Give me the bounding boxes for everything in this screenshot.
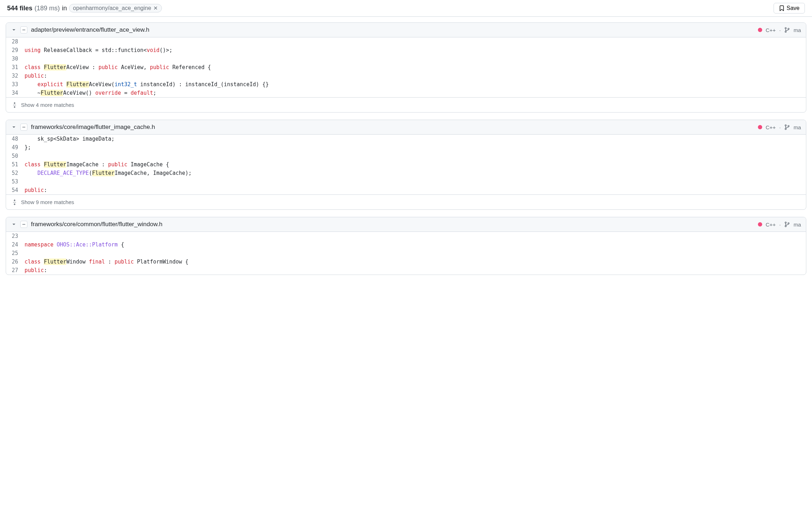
save-button[interactable]: Save xyxy=(774,3,805,14)
chevron-down-icon[interactable] xyxy=(11,27,17,33)
code-text: explicit FlutterAceView(int32_t instance… xyxy=(25,80,802,89)
separator: · xyxy=(779,124,781,130)
code-text: public: xyxy=(25,266,802,275)
code-text xyxy=(25,37,802,46)
show-more-label: Show 9 more matches xyxy=(21,199,74,205)
code-line[interactable]: 32public: xyxy=(6,72,806,80)
code-line[interactable]: 48 sk_sp<SkData> imageData; xyxy=(6,135,806,143)
svg-point-10 xyxy=(785,225,786,227)
branch-icon xyxy=(784,124,790,130)
code-line[interactable]: 25 xyxy=(6,249,806,257)
code-line[interactable]: 29using ReleaseCallback = std::function<… xyxy=(6,46,806,54)
code-text: ~FlutterAceView() override = default; xyxy=(25,89,802,97)
svg-point-2 xyxy=(785,31,786,32)
file-count: 544 files xyxy=(7,5,32,12)
svg-point-7 xyxy=(788,125,789,127)
code-line[interactable]: 31class FlutterAceView : public AceView,… xyxy=(6,63,806,72)
repo-filter-chip[interactable]: openharmony/ace_ace_engine ✕ xyxy=(69,4,162,12)
code-text: }; xyxy=(25,143,802,152)
code-line[interactable]: 51class FlutterImageCache : public Image… xyxy=(6,160,806,169)
repo-name: openharmony/ace_ace_engine xyxy=(73,5,151,11)
code-text: sk_sp<SkData> imageData; xyxy=(25,135,802,143)
code-line[interactable]: 53 xyxy=(6,177,806,186)
branch-label[interactable]: ma xyxy=(793,222,801,228)
code-block: 48 sk_sp<SkData> imageData;49};5051class… xyxy=(6,135,806,194)
line-number: 54 xyxy=(10,186,25,194)
line-number: 50 xyxy=(10,152,25,160)
code-line[interactable]: 30 xyxy=(6,54,806,63)
line-number: 26 xyxy=(10,257,25,266)
code-line[interactable]: 27public: xyxy=(6,266,806,275)
line-number: 48 xyxy=(10,135,25,143)
show-more-matches[interactable]: Show 4 more matches xyxy=(6,97,806,112)
code-text: namespace OHOS::Ace::Platform { xyxy=(25,240,802,249)
code-line[interactable]: 49}; xyxy=(6,143,806,152)
search-timing: (189 ms) xyxy=(35,5,60,12)
line-number: 34 xyxy=(10,89,25,97)
bookmark-icon xyxy=(779,5,785,11)
line-number: 51 xyxy=(10,160,25,169)
line-number: 27 xyxy=(10,266,25,275)
line-number: 25 xyxy=(10,249,25,257)
line-number: 53 xyxy=(10,177,25,186)
code-line[interactable]: 23 xyxy=(6,232,806,240)
chevron-down-icon[interactable] xyxy=(11,222,17,227)
show-more-label: Show 4 more matches xyxy=(21,102,74,108)
language-dot-icon xyxy=(758,125,762,129)
code-text: class FlutterAceView : public AceView, p… xyxy=(25,63,802,72)
language-label: C++ xyxy=(766,27,776,33)
branch-icon xyxy=(784,27,790,33)
branch-label[interactable]: ma xyxy=(793,27,801,33)
file-path[interactable]: frameworks/core/image/flutter_image_cach… xyxy=(31,124,155,131)
code-text xyxy=(25,177,802,186)
code-line[interactable]: 50 xyxy=(6,152,806,160)
code-line[interactable]: 33 explicit FlutterAceView(int32_t insta… xyxy=(6,80,806,89)
line-number: 49 xyxy=(10,143,25,152)
collapse-icon[interactable] xyxy=(20,26,27,33)
code-line[interactable]: 34 ~FlutterAceView() override = default; xyxy=(6,89,806,97)
code-text: public: xyxy=(25,186,802,194)
result-box: frameworks/core/common/flutter/flutter_w… xyxy=(6,217,806,275)
separator: · xyxy=(779,222,781,228)
result-header: adapter/preview/entrance/flutter_ace_vie… xyxy=(6,23,806,37)
chevron-down-icon[interactable] xyxy=(11,124,17,130)
code-text xyxy=(25,232,802,240)
code-text xyxy=(25,54,802,63)
line-number: 23 xyxy=(10,232,25,240)
result-header: frameworks/core/common/flutter/flutter_w… xyxy=(6,217,806,232)
code-text: class FlutterWindow final : public Platf… xyxy=(25,257,802,266)
svg-point-5 xyxy=(785,125,786,126)
file-path[interactable]: adapter/preview/entrance/flutter_ace_vie… xyxy=(31,26,149,33)
separator: · xyxy=(779,27,781,33)
show-more-matches[interactable]: Show 9 more matches xyxy=(6,194,806,209)
line-number: 33 xyxy=(10,80,25,89)
svg-point-1 xyxy=(785,27,786,29)
branch-icon xyxy=(784,222,790,227)
line-number: 31 xyxy=(10,63,25,72)
line-number: 32 xyxy=(10,72,25,80)
code-block: 2829using ReleaseCallback = std::functio… xyxy=(6,37,806,97)
code-line[interactable]: 54public: xyxy=(6,186,806,194)
code-text xyxy=(25,152,802,160)
code-line[interactable]: 28 xyxy=(6,37,806,46)
save-label: Save xyxy=(787,5,800,11)
code-text xyxy=(25,249,802,257)
code-text: using ReleaseCallback = std::function<vo… xyxy=(25,46,802,54)
code-line[interactable]: 26class FlutterWindow final : public Pla… xyxy=(6,257,806,266)
language-label: C++ xyxy=(766,222,776,228)
expand-icon xyxy=(12,102,17,108)
file-path[interactable]: frameworks/core/common/flutter/flutter_w… xyxy=(31,221,162,228)
code-line[interactable]: 52 DECLARE_ACE_TYPE(FlutterImageCache, I… xyxy=(6,169,806,177)
language-dot-icon xyxy=(758,222,762,227)
line-number: 29 xyxy=(10,46,25,54)
svg-point-3 xyxy=(788,28,789,30)
svg-point-6 xyxy=(785,128,786,130)
code-line[interactable]: 24namespace OHOS::Ace::Platform { xyxy=(6,240,806,249)
collapse-icon[interactable] xyxy=(20,124,27,131)
result-box: adapter/preview/entrance/flutter_ace_vie… xyxy=(6,22,806,113)
collapse-icon[interactable] xyxy=(20,221,27,228)
line-number: 52 xyxy=(10,169,25,177)
close-icon[interactable]: ✕ xyxy=(153,5,158,11)
branch-label[interactable]: ma xyxy=(793,124,801,130)
code-text: DECLARE_ACE_TYPE(FlutterImageCache, Imag… xyxy=(25,169,802,177)
